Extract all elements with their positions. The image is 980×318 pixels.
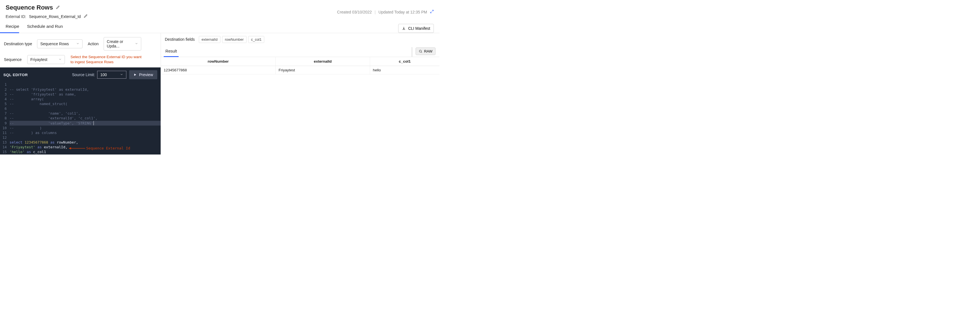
code-line[interactable]: 3-- 'friyaytest' as name,: [0, 92, 161, 97]
code-line[interactable]: 1: [0, 82, 161, 87]
line-number: 9: [0, 121, 10, 126]
action-select[interactable]: Create or Upda...: [103, 37, 141, 51]
destination-field-chip: externalId: [199, 36, 220, 43]
sql-editor: SQL EDITOR Source Limit: 100 Preview 12-…: [0, 67, 161, 154]
table-cell: hello: [370, 66, 439, 75]
expand-icon[interactable]: [430, 10, 434, 14]
raw-label: RAW: [424, 49, 433, 53]
code-line[interactable]: 8-- 'externalId', 'c_col1',: [0, 116, 161, 121]
page-title: Sequence Rows: [6, 4, 53, 11]
tab-result[interactable]: Result: [165, 47, 177, 57]
raw-button[interactable]: RAW: [415, 48, 436, 55]
meta-separator: |: [375, 10, 376, 14]
table-row: 12345677868Friyaytesthello: [161, 66, 439, 75]
column-header[interactable]: externalId: [275, 57, 370, 66]
code-text: select 12345677868 as rowNumber,: [10, 140, 161, 145]
line-number: 6: [0, 106, 10, 111]
code-line[interactable]: 10-- ): [0, 126, 161, 130]
column-header[interactable]: rowNumber: [161, 57, 275, 66]
code-text: -- 'name', 'col1',: [10, 111, 161, 116]
code-line[interactable]: 14'Friyaytest' as externalId,: [0, 145, 161, 149]
destination-type-select[interactable]: Sequence Rows: [37, 39, 83, 48]
code-area[interactable]: 12-- select 'Friyaytest' as externalId,3…: [0, 82, 161, 154]
cli-manifest-button[interactable]: CLI Manifest: [398, 24, 434, 33]
code-line[interactable]: 11-- ) as columns: [0, 130, 161, 135]
code-text: [10, 82, 161, 87]
code-line[interactable]: 7-- 'name', 'col1',: [0, 111, 161, 116]
code-text: -- ) as columns: [10, 130, 161, 135]
code-text: [10, 106, 161, 111]
line-number: 11: [0, 130, 10, 135]
sql-editor-title: SQL EDITOR: [3, 73, 28, 77]
line-number: 12: [0, 135, 10, 140]
destination-field-chip: c_col1: [248, 36, 264, 43]
updated-text: Updated Today at 12:35 PM: [379, 10, 427, 14]
code-text: [10, 135, 161, 140]
sequence-hint-text: Select the Sequence External ID you want…: [70, 54, 143, 65]
line-number: 2: [0, 87, 10, 92]
code-line[interactable]: 9-- 'valueType', 'STRING': [0, 121, 161, 126]
code-text: 'hello' as c_col1: [10, 149, 161, 154]
sequence-label: Sequence: [4, 57, 22, 62]
action-label: Action: [88, 41, 99, 46]
results-table: rowNumberexternalIdc_col1 12345677868Fri…: [161, 57, 439, 75]
code-line[interactable]: 4-- array(: [0, 97, 161, 102]
table-cell: 12345677868: [161, 66, 275, 75]
sequence-value: Friyaytest: [30, 57, 48, 62]
tab-recipe[interactable]: Recipe: [6, 24, 19, 33]
source-limit-select[interactable]: 100: [97, 71, 126, 79]
destination-type-label: Destination type: [4, 41, 32, 46]
destination-field-chip: rowNumber: [222, 36, 247, 43]
code-line[interactable]: 2-- select 'Friyaytest' as externalId,: [0, 87, 161, 92]
sequence-select[interactable]: Friyaytest: [27, 55, 65, 64]
action-value: Create or Upda...: [107, 39, 132, 48]
preview-button[interactable]: Preview: [129, 70, 157, 79]
code-text: -- 'valueType', 'STRING': [10, 121, 161, 126]
destination-type-value: Sequence Rows: [40, 41, 69, 46]
code-text: -- 'externalId', 'c_col1',: [10, 116, 161, 121]
code-line[interactable]: 5-- named_struct(: [0, 102, 161, 106]
external-id-value: Sequence_Rows_External_Id: [29, 14, 81, 19]
column-header[interactable]: c_col1: [370, 57, 439, 66]
line-number: 10: [0, 126, 10, 130]
code-text: -- named_struct(: [10, 102, 161, 106]
line-number: 14: [0, 145, 10, 149]
code-text: -- 'friyaytest' as name,: [10, 92, 161, 97]
line-number: 5: [0, 102, 10, 106]
code-line[interactable]: 6: [0, 106, 161, 111]
line-number: 1: [0, 82, 10, 87]
source-limit-value: 100: [100, 73, 107, 77]
chevron-down-icon: [59, 57, 62, 62]
line-number: 7: [0, 111, 10, 116]
chevron-down-icon: [135, 41, 138, 46]
chevron-down-icon: [120, 73, 123, 77]
external-id-label: External ID:: [6, 14, 26, 19]
code-line[interactable]: 15'hello' as c_col1: [0, 149, 161, 154]
created-text: Created 03/10/2022: [337, 10, 372, 14]
svg-point-1: [419, 50, 422, 52]
code-text: 'Friyaytest' as externalId,: [10, 145, 161, 149]
line-number: 4: [0, 97, 10, 102]
code-line[interactable]: 13select 12345677868 as rowNumber,: [0, 140, 161, 145]
edit-external-id-icon[interactable]: [84, 14, 88, 19]
source-limit-label: Source Limit:: [72, 73, 95, 77]
code-text: -- ): [10, 126, 161, 130]
destination-fields-label: Destination fields: [165, 37, 195, 41]
code-text: -- select 'Friyaytest' as externalId,: [10, 87, 161, 92]
line-number: 8: [0, 116, 10, 121]
tab-schedule-and-run[interactable]: Schedule and Run: [27, 24, 63, 33]
line-number: 3: [0, 92, 10, 97]
scrollbar-track[interactable]: [411, 47, 413, 57]
line-number: 15: [0, 149, 10, 154]
chevron-down-icon: [76, 41, 80, 46]
cli-manifest-label: CLI Manifest: [408, 26, 430, 30]
preview-label: Preview: [139, 73, 153, 77]
code-text: -- array(: [10, 97, 161, 102]
table-cell: Friyaytest: [275, 66, 370, 75]
edit-title-icon[interactable]: [56, 5, 60, 10]
code-line[interactable]: 12: [0, 135, 161, 140]
line-number: 13: [0, 140, 10, 145]
